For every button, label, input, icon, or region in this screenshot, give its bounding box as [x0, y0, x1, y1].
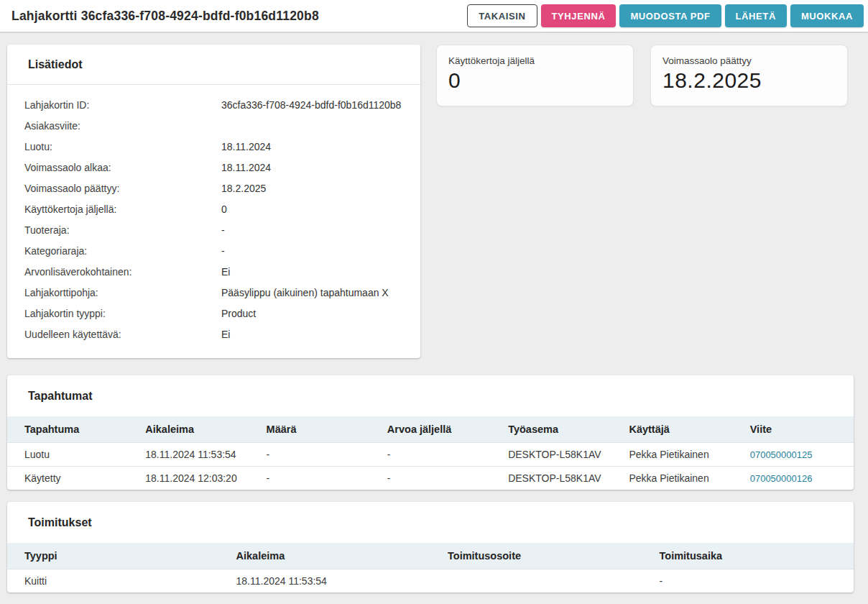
table-row: Luotu18.11.2024 11:53:54--DESKTOP-L58K1A…	[7, 442, 854, 466]
detail-row: Voimassaolo päättyy:18.2.2025	[24, 178, 403, 198]
detail-label: Lahjakortin ID:	[24, 99, 221, 111]
table-cell: -	[642, 569, 854, 592]
table-cell: -	[249, 442, 370, 466]
stat-card-label: Käyttökertoja jäljellä	[448, 55, 622, 66]
detail-label: Luotu:	[24, 141, 221, 152]
deliveries-table: TyyppiAikaleimaToimitusosoiteToimitusaik…	[7, 543, 854, 592]
detail-value: -	[221, 224, 225, 236]
table-row: Käytetty18.11.2024 12:03:20--DESKTOP-L58…	[7, 466, 854, 490]
column-header: Aikaleima	[128, 416, 249, 442]
muokkaa-button[interactable]: MUOKKAA	[790, 4, 864, 27]
deliveries-card: Toimitukset TyyppiAikaleimaToimitusosoit…	[7, 502, 854, 592]
top-bar: Lahjakortti 36cfa336-f708-4924-bdfd-f0b1…	[0, 0, 868, 33]
events-table: TapahtumaAikaleimaMääräArvoa jäljelläTyö…	[7, 416, 854, 490]
table-cell: 18.11.2024 11:53:54	[219, 569, 431, 592]
detail-row: Asiakasviite:	[24, 115, 403, 136]
header-actions: TAKAISINTYHJENNÄMUODOSTA PDFLÄHETÄMUOKKA…	[467, 4, 864, 27]
events-card-title: Tapahtumat	[7, 375, 854, 416]
viite-link[interactable]: 070050000126	[750, 473, 813, 484]
details-card: Lisätiedot Lahjakortin ID:36cfa336-f708-…	[7, 45, 420, 358]
column-header: Työasema	[491, 416, 611, 442]
column-header: Aikaleima	[219, 543, 431, 569]
stat-card-value: 0	[448, 68, 622, 93]
detail-row: Kategoriaraja:-	[24, 240, 403, 261]
muodosta-pdf-button[interactable]: MUODOSTA PDF	[619, 4, 721, 27]
detail-row: Luotu:18.11.2024	[24, 136, 403, 157]
viite-link[interactable]: 070050000125	[750, 449, 813, 460]
table-cell: Luotu	[7, 442, 128, 466]
detail-row: Arvonlisäverokohtainen:Ei	[24, 261, 403, 282]
table-cell: Käytetty	[7, 466, 128, 490]
column-header: Käyttäjä	[611, 416, 732, 442]
detail-label: Tuoteraja:	[24, 224, 221, 236]
events-header-row: TapahtumaAikaleimaMääräArvoa jäljelläTyö…	[7, 416, 854, 442]
stat-card-label: Voimassaolo päättyy	[662, 55, 836, 66]
stat-card-value: 18.2.2025	[662, 68, 836, 93]
table-cell: -	[249, 466, 370, 490]
detail-value: Pääsylippu (aikuinen) tapahtumaan X	[221, 287, 389, 298]
top-section: Lisätiedot Lahjakortin ID:36cfa336-f708-…	[7, 45, 854, 358]
table-cell: 070050000125	[733, 442, 854, 466]
uses-remaining-card: Käyttökertoja jäljellä0	[436, 45, 634, 106]
deliveries-card-title: Toimitukset	[7, 502, 854, 543]
events-card: Tapahtumat TapahtumaAikaleimaMääräArvoa …	[7, 375, 854, 490]
table-cell: -	[370, 442, 491, 466]
detail-label: Käyttökertoja jäljellä:	[24, 203, 221, 215]
table-cell: DESKTOP-L58K1AV	[491, 442, 611, 466]
detail-label: Lahjakorttipohja:	[24, 287, 221, 298]
stat-cards: Käyttökertoja jäljellä0Voimassaolo päätt…	[436, 45, 848, 106]
detail-label: Kategoriaraja:	[24, 245, 221, 257]
table-cell: 18.11.2024 11:53:54	[128, 442, 249, 466]
table-cell: Kuitti	[7, 569, 219, 592]
tyhjenna-button[interactable]: TYHJENNÄ	[541, 4, 617, 27]
table-cell	[430, 569, 642, 592]
detail-value: 18.2.2025	[221, 183, 266, 194]
detail-value: 36cfa336-f708-4924-bdfd-f0b16d1120b8	[221, 99, 401, 111]
table-cell: Pekka Pietikainen	[611, 442, 732, 466]
detail-row: Tuoteraja:-	[24, 219, 403, 240]
column-header: Arvoa jäljellä	[370, 416, 491, 442]
detail-value: -	[221, 245, 225, 257]
detail-value: 18.11.2024	[221, 141, 271, 152]
detail-row: Uudelleen käytettävä:Ei	[24, 324, 403, 344]
column-header: Toimitusosoite	[430, 543, 642, 569]
takaisin-button[interactable]: TAKAISIN	[467, 4, 537, 27]
detail-value: 18.11.2024	[221, 162, 271, 173]
column-header: Toimitusaika	[642, 543, 854, 569]
column-header: Tapahtuma	[7, 416, 128, 442]
detail-label: Uudelleen käytettävä:	[24, 329, 221, 340]
details-rows: Lahjakortin ID:36cfa336-f708-4924-bdfd-f…	[7, 85, 420, 358]
detail-value: Ei	[221, 329, 230, 340]
detail-row: Lahjakortin tyyppi:Product	[24, 303, 403, 324]
detail-label: Lahjakortin tyyppi:	[24, 308, 221, 319]
expiry-card: Voimassaolo päättyy18.2.2025	[650, 45, 848, 106]
content-area: Lisätiedot Lahjakortin ID:36cfa336-f708-…	[0, 33, 868, 592]
detail-row: Käyttökertoja jäljellä:0	[24, 198, 403, 219]
detail-label: Voimassaolo päättyy:	[24, 183, 221, 194]
column-header: Tyyppi	[7, 543, 219, 569]
detail-row: Lahjakortin ID:36cfa336-f708-4924-bdfd-f…	[24, 94, 403, 115]
details-card-title: Lisätiedot	[7, 45, 420, 85]
detail-value: 0	[221, 203, 227, 215]
detail-label: Arvonlisäverokohtainen:	[24, 266, 221, 278]
table-cell: 070050000126	[733, 466, 854, 490]
table-row: Kuitti18.11.2024 11:53:54-	[7, 569, 854, 592]
detail-label: Asiakasviite:	[24, 120, 221, 132]
column-header: Viite	[733, 416, 854, 442]
deliveries-header-row: TyyppiAikaleimaToimitusosoiteToimitusaik…	[7, 543, 854, 569]
detail-row: Lahjakorttipohja:Pääsylippu (aikuinen) t…	[24, 282, 403, 303]
table-cell: -	[370, 466, 491, 490]
column-header: Määrä	[249, 416, 370, 442]
page-title: Lahjakortti 36cfa336-f708-4924-bdfd-f0b1…	[11, 9, 319, 24]
table-cell: 18.11.2024 12:03:20	[128, 466, 249, 490]
table-cell: DESKTOP-L58K1AV	[491, 466, 611, 490]
detail-value: Product	[221, 308, 256, 319]
detail-label: Voimassaolo alkaa:	[24, 162, 221, 173]
detail-value: Ei	[221, 266, 230, 278]
laheta-button[interactable]: LÄHETÄ	[725, 4, 787, 27]
table-cell: Pekka Pietikainen	[611, 466, 732, 490]
detail-row: Voimassaolo alkaa:18.11.2024	[24, 157, 403, 178]
